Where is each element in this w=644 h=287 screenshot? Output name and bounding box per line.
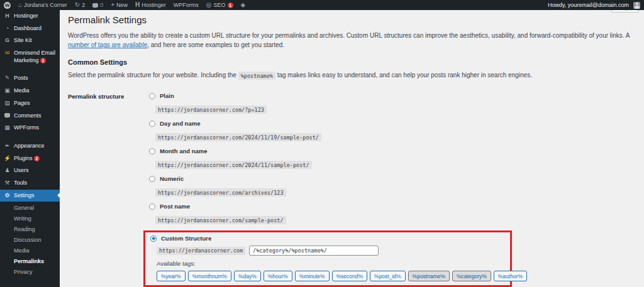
sidebar-item-plugins[interactable]: ⚡ Plugins 2: [0, 153, 60, 165]
intro-paragraph: WordPress offers you the ability to crea…: [68, 31, 635, 50]
intro-text: WordPress offers you the ability to crea…: [68, 32, 630, 39]
sidebar-item-appearance[interactable]: ✒ Appearance: [0, 140, 60, 153]
tag-year-button[interactable]: %year%: [157, 271, 186, 281]
radio-month-name[interactable]: [149, 148, 155, 154]
tag-hour-button[interactable]: %hour%: [264, 271, 292, 281]
tag-second-button[interactable]: %second%: [332, 271, 368, 281]
dashboard-icon: ◔: [4, 25, 11, 32]
settings-icon: ⚙: [4, 192, 11, 199]
posts-icon: ✎: [4, 75, 11, 82]
option-example: https://jordanascorner.com/sample-post/: [155, 213, 512, 224]
submenu-item-privacy[interactable]: Privacy: [0, 266, 60, 277]
option-label: Plain: [160, 92, 174, 99]
custom-structure-input-row: https://jordanascorner.com: [157, 246, 505, 256]
page-title: Permalink Settings: [68, 14, 635, 25]
sidebar-separator: [0, 67, 60, 72]
admin-bar: W ⌂ Jordana's Corner ↻ 2 0 + New H Hosti…: [0, 0, 644, 10]
submenu-item-reading[interactable]: Reading: [0, 224, 60, 234]
wpforms-icon: ▦: [4, 124, 11, 131]
updates-icon: ↻: [75, 2, 80, 8]
option-day-name: Day and name https://jordanascorner.com/…: [149, 120, 512, 141]
sidebar-item-label: Settings: [14, 192, 57, 200]
sidebar-item-label: Site Kit: [14, 37, 57, 45]
option-numeric-choice[interactable]: Numeric: [149, 175, 512, 182]
sidebar-separator: [0, 134, 60, 140]
wpforms-label: WPForms: [174, 2, 199, 8]
seo-menu[interactable]: ◎ SEO 1: [203, 0, 237, 10]
sidebar-item-label: Omnisend Email Marketing 1: [14, 50, 57, 64]
tag-minute-button[interactable]: %minute%: [295, 271, 330, 281]
submenu-item-writing[interactable]: Writing: [0, 213, 60, 224]
example-url: https://jordanascorner.com/archives/123: [155, 188, 286, 197]
sidebar-item-users[interactable]: ♟ Users: [0, 165, 60, 177]
site-name-menu[interactable]: ⌂ Jordana's Corner: [14, 0, 71, 10]
submenu-item-general[interactable]: General: [0, 202, 60, 213]
option-day-name-choice[interactable]: Day and name: [149, 120, 512, 127]
sidebar-item-pages[interactable]: ▤ Pages: [0, 97, 60, 110]
sidebar-item-label: Dashboard: [14, 25, 57, 33]
radio-day-name[interactable]: [149, 121, 155, 127]
hostinger-label: Hostinger: [142, 2, 166, 8]
option-custom-structure-choice[interactable]: Custom Structure: [150, 235, 505, 242]
option-numeric: Numeric https://jordanascorner.com/archi…: [149, 175, 512, 197]
submenu-item-media[interactable]: Media: [0, 245, 60, 256]
sidebar-item-tools[interactable]: ⚒ Tools: [0, 177, 60, 190]
submenu-item-discussion[interactable]: Discussion: [0, 234, 60, 245]
site-url-prefix: https://jordanascorner.com: [157, 247, 245, 255]
submenu-item-permalinks[interactable]: Permalinks: [0, 256, 60, 266]
radio-custom-structure[interactable]: [150, 236, 157, 242]
plus-icon: +: [111, 2, 114, 8]
wpforms-menu[interactable]: WPForms: [170, 0, 203, 10]
permalink-structure-label: Permalink structure: [68, 92, 149, 287]
option-plain: Plain https://jordanascorner.com/?p=123: [149, 92, 512, 114]
radio-post-name[interactable]: [149, 203, 155, 210]
tag-postname-button[interactable]: %postname%: [408, 271, 450, 281]
option-plain-choice[interactable]: Plain: [149, 92, 512, 99]
option-month-name-choice[interactable]: Month and name: [149, 148, 512, 154]
sidebar-item-posts[interactable]: ✎ Posts: [0, 72, 60, 85]
tag-post-id-button[interactable]: %post_id%: [370, 271, 406, 281]
updates-menu[interactable]: ↻ 2: [71, 0, 89, 10]
plugins-icon: ⚡: [4, 155, 11, 162]
elementor-menu[interactable]: ◈: [237, 0, 250, 10]
comments-count: 0: [100, 2, 103, 8]
radio-plain[interactable]: [149, 93, 155, 99]
sidebar-item-comments[interactable]: Comments: [0, 110, 60, 122]
sidebar-item-media[interactable]: ▣ Media: [0, 85, 60, 97]
sidebar-item-omnisend[interactable]: ✉ Omnisend Email Marketing 1: [0, 47, 60, 67]
sidebar-item-label: Hostinger: [14, 13, 57, 20]
sidebar-item-label: Appearance: [14, 143, 57, 150]
sidebar-item-label: Tools: [14, 180, 57, 187]
sidebar-item-hostinger[interactable]: H Hostinger: [0, 10, 60, 23]
radio-numeric[interactable]: [149, 176, 155, 182]
sitekit-icon: G: [4, 37, 11, 44]
available-tags-row: %year% %monthnum% %day% %hour% %minute% …: [157, 271, 505, 281]
structure-options: Plain https://jordanascorner.com/?p=123 …: [149, 92, 512, 287]
comments-menu[interactable]: 0: [89, 0, 107, 10]
tags-available-link[interactable]: number of tags are available: [68, 41, 147, 48]
account-menu[interactable]: Howdy, youremail@domain.com: [544, 2, 644, 9]
hostinger-icon: H: [135, 2, 140, 8]
hostinger-menu[interactable]: H Hostinger: [131, 0, 170, 10]
sidebar-item-label: Media: [14, 87, 57, 95]
comments-icon: [4, 112, 11, 119]
custom-structure-input[interactable]: [249, 246, 379, 256]
example-url: https://jordanascorner.com/2024/11/sampl…: [155, 161, 312, 169]
tag-monthnum-button[interactable]: %monthnum%: [188, 271, 231, 281]
intro-text: , and here are some examples to get you …: [147, 41, 284, 48]
tag-day-button[interactable]: %day%: [234, 271, 261, 281]
sidebar-item-site-kit[interactable]: G Site Kit: [0, 35, 60, 47]
sidebar-item-settings[interactable]: ⚙ Settings: [0, 190, 60, 202]
envelope-icon: ✉: [4, 50, 11, 57]
tag-author-button[interactable]: %author%: [494, 271, 527, 281]
sidebar-item-wpforms[interactable]: ▦ WPForms: [0, 122, 60, 134]
wordpress-menu[interactable]: W: [0, 0, 14, 10]
option-post-name-choice[interactable]: Post name: [149, 203, 512, 210]
tag-category-button[interactable]: %category%: [452, 271, 491, 281]
admin-sidebar: H Hostinger ◔ Dashboard G Site Kit ✉ Omn…: [0, 10, 60, 287]
sidebar-item-dashboard[interactable]: ◔ Dashboard: [0, 23, 60, 35]
option-example: https://jordanascorner.com/2024/11/sampl…: [155, 158, 512, 169]
hostinger-icon: H: [4, 13, 11, 19]
new-menu[interactable]: + New: [107, 0, 131, 10]
howdy-text: Howdy, youremail@domain.com: [548, 2, 629, 8]
